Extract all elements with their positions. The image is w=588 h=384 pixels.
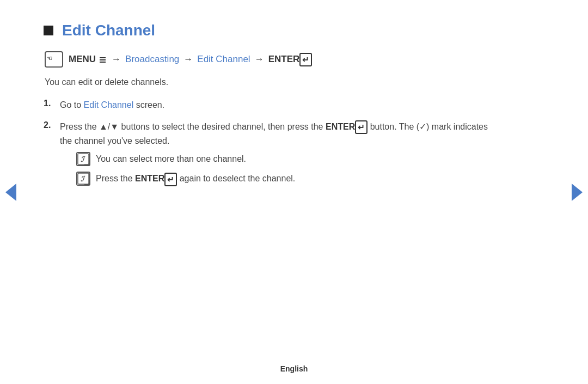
breadcrumb-edit-channel: Edit Channel xyxy=(197,54,250,65)
arrow-2: → xyxy=(183,54,193,65)
enter-box-icon: ↵ xyxy=(299,53,312,66)
step-1: 1. Go to Edit Channel screen. xyxy=(44,98,490,112)
enter-key: ENTER↵ xyxy=(268,53,313,66)
page-title: Edit Channel xyxy=(62,22,155,39)
svg-text:☜: ☜ xyxy=(47,55,52,62)
note-1-text: You can select more than one channel. xyxy=(96,152,246,166)
black-square-icon xyxy=(44,26,53,35)
footer-text: English xyxy=(280,364,308,373)
menu-icon: ☜ xyxy=(45,51,63,68)
note-2: ℐ Press the ENTER↵ again to deselect the… xyxy=(76,172,490,186)
step-2-enter: ENTER↵ xyxy=(326,122,367,131)
main-content: Edit Channel ☜ MENU → Broadcasting → Edi… xyxy=(0,0,534,221)
page-title-row: Edit Channel xyxy=(44,22,490,39)
step-2-number: 2. xyxy=(44,120,60,130)
menu-label: MENU xyxy=(69,54,96,65)
note-2-enter-icon: ↵ xyxy=(164,173,177,186)
note-2-icon: ℐ xyxy=(76,172,90,186)
step-2-enter-icon: ↵ xyxy=(355,120,367,134)
step-2-content: Press the ▲/▼ buttons to select the desi… xyxy=(60,120,490,192)
svg-text:ℐ: ℐ xyxy=(81,155,85,163)
step-2: 2. Press the ▲/▼ buttons to select the d… xyxy=(44,120,490,192)
note-2-enter: ENTER↵ xyxy=(135,174,177,183)
arrow-3: → xyxy=(255,54,264,65)
step-1-link: Edit Channel xyxy=(84,100,134,109)
note-1-icon: ℐ xyxy=(76,152,90,166)
breadcrumb: ☜ MENU → Broadcasting → Edit Channel → E… xyxy=(45,51,490,68)
svg-text:ℐ: ℐ xyxy=(81,175,85,183)
steps-list: 1. Go to Edit Channel screen. 2. Press t… xyxy=(44,98,490,192)
arrow-1: → xyxy=(112,54,121,65)
step-1-content: Go to Edit Channel screen. xyxy=(60,98,164,112)
nav-arrow-right[interactable] xyxy=(572,184,583,201)
note-2-text: Press the ENTER↵ again to deselect the c… xyxy=(96,172,295,186)
breadcrumb-broadcasting: Broadcasting xyxy=(125,54,179,65)
step-2-text-before: Press the ▲/▼ buttons to select the desi… xyxy=(60,122,326,131)
note-1: ℐ You can select more than one channel. xyxy=(76,152,490,166)
footer: English xyxy=(0,364,588,373)
step-1-number: 1. xyxy=(44,99,60,108)
notes-container: ℐ You can select more than one channel. … xyxy=(76,152,490,186)
description-text: You can edit or delete channels. xyxy=(45,77,490,87)
menu-bars-icon xyxy=(100,57,106,63)
nav-arrow-left[interactable] xyxy=(5,184,16,201)
